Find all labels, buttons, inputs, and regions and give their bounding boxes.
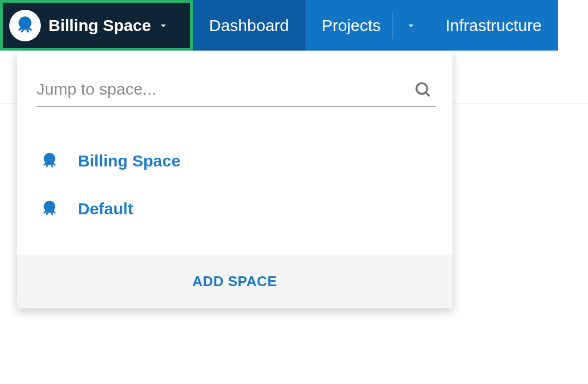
nav-infrastructure[interactable]: Infrastructure	[429, 0, 558, 51]
space-switcher-label: Billing Space	[48, 16, 151, 35]
nav-dashboard[interactable]: Dashboard	[193, 0, 305, 51]
octopus-icon	[14, 15, 36, 36]
nav-dashboard-label: Dashboard	[209, 16, 289, 35]
space-dropdown-panel: Billing Space Default ADD SPACE	[17, 51, 452, 308]
nav-projects[interactable]: Projects	[305, 0, 429, 51]
space-item-label: Default	[78, 200, 133, 218]
nav-projects-label: Projects	[305, 0, 393, 51]
space-item-label: Billing Space	[78, 152, 180, 170]
space-item-billing-space[interactable]: Billing Space	[36, 137, 433, 185]
space-logo	[9, 10, 41, 41]
search-row	[17, 51, 452, 107]
space-list: Billing Space Default	[17, 107, 452, 255]
space-switcher[interactable]: Billing Space	[0, 0, 193, 51]
space-item-default[interactable]: Default	[36, 185, 433, 233]
chevron-down-icon	[405, 20, 417, 32]
space-item-icon	[36, 199, 63, 219]
nav-infrastructure-label: Infrastructure	[445, 16, 542, 35]
octopus-icon	[40, 199, 59, 219]
add-space-button[interactable]: ADD SPACE	[17, 255, 452, 308]
add-space-label: ADD SPACE	[192, 273, 277, 289]
octopus-icon	[40, 151, 59, 171]
space-item-icon	[36, 151, 63, 171]
chevron-down-icon	[157, 20, 169, 32]
content-area: Billing Space Default ADD SPACE	[0, 51, 588, 384]
top-nav: Billing Space Dashboard Projects Infrast…	[0, 0, 588, 51]
space-search-input[interactable]	[36, 72, 436, 107]
nav-projects-chevron[interactable]	[393, 12, 429, 39]
